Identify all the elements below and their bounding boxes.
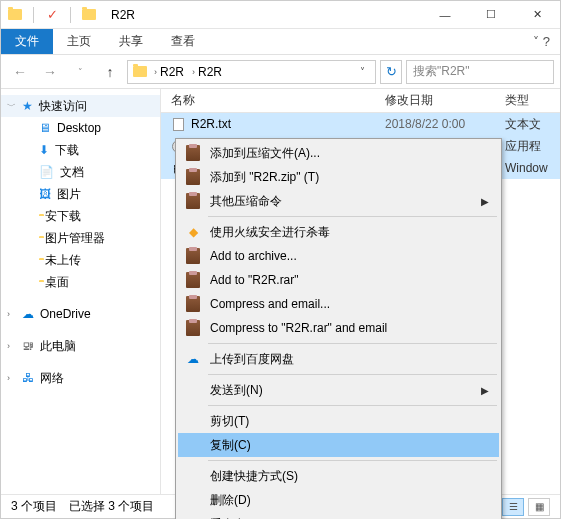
breadcrumb-label: R2R	[160, 65, 184, 79]
sidebar-item-label: 文档	[60, 164, 84, 181]
folder-icon	[132, 65, 148, 79]
sidebar-item-folder[interactable]: 图片管理器	[1, 227, 160, 249]
search-input[interactable]: 搜索"R2R"	[406, 60, 554, 84]
menu-item-label: 复制(C)	[210, 437, 251, 454]
navigation-pane: ﹀★ 快速访问 🖥Desktop ⬇下载 📄文档 🖼图片 安下载 图片管理器 未…	[1, 89, 161, 494]
tab-home[interactable]: 主页	[53, 29, 105, 54]
minimize-button[interactable]: —	[422, 1, 468, 29]
menu-item-delete[interactable]: 删除(D)	[178, 488, 499, 512]
folder-icon	[81, 8, 97, 22]
sidebar-item-pictures[interactable]: 🖼图片	[1, 183, 160, 205]
menu-separator	[208, 343, 497, 344]
divider	[33, 7, 34, 23]
file-date: 2018/8/22 0:00	[385, 117, 505, 131]
status-item-count: 3 个项目	[11, 498, 57, 515]
shield-icon: ◆	[184, 223, 202, 241]
sidebar-item-folder[interactable]: 桌面	[1, 271, 160, 293]
network-icon: 🖧	[22, 371, 34, 385]
menu-item-rename[interactable]: 重命名(M)	[178, 512, 499, 519]
sidebar-item-downloads[interactable]: ⬇下载	[1, 139, 160, 161]
sidebar-item-this-pc[interactable]: ›🖳此电脑	[1, 335, 160, 357]
tab-file[interactable]: 文件	[1, 29, 53, 54]
menu-item-add-to-zip[interactable]: 添加到 "R2R.zip" (T)	[178, 165, 499, 189]
divider	[70, 7, 71, 23]
column-header-date[interactable]: 修改日期	[385, 92, 505, 109]
file-row[interactable]: R2R.txt 2018/8/22 0:00 文本文	[161, 113, 560, 135]
up-button[interactable]: ↑	[97, 60, 123, 84]
forward-button[interactable]: →	[37, 60, 63, 84]
properties-icon[interactable]: ✓	[44, 8, 60, 22]
document-icon: 📄	[39, 165, 54, 179]
menu-item-send-to[interactable]: 发送到(N)▶	[178, 378, 499, 402]
menu-item-upload-baidu[interactable]: ☁上传到百度网盘	[178, 347, 499, 371]
sidebar-item-network[interactable]: ›🖧网络	[1, 367, 160, 389]
menu-item-label: 使用火绒安全进行杀毒	[210, 224, 330, 241]
close-button[interactable]: ✕	[514, 1, 560, 29]
file-type: 文本文	[505, 116, 560, 133]
archive-icon	[184, 168, 202, 186]
quick-access-toolbar: ✓ R2R	[1, 7, 135, 23]
column-header-type[interactable]: 类型	[505, 92, 560, 109]
menu-item-label: 添加到压缩文件(A)...	[210, 145, 320, 162]
menu-item-label: Add to archive...	[210, 249, 297, 263]
archive-icon	[184, 319, 202, 337]
text-file-icon	[171, 117, 185, 131]
window-title: R2R	[111, 8, 135, 22]
menu-item-add-to-archive[interactable]: Add to archive...	[178, 244, 499, 268]
menu-item-compress-email[interactable]: Compress and email...	[178, 292, 499, 316]
address-bar[interactable]: › R2R › R2R ˅	[127, 60, 376, 84]
menu-item-create-shortcut[interactable]: 创建快捷方式(S)	[178, 464, 499, 488]
sidebar-item-label: OneDrive	[40, 307, 91, 321]
menu-item-copy[interactable]: 复制(C)	[178, 433, 499, 457]
details-view-button[interactable]: ☰	[502, 498, 524, 516]
sidebar-item-label: Desktop	[57, 121, 101, 135]
archive-icon	[184, 144, 202, 162]
archive-icon	[184, 192, 202, 210]
chevron-right-icon: ▶	[481, 385, 499, 396]
context-menu: 添加到压缩文件(A)... 添加到 "R2R.zip" (T) 其他压缩命令▶ …	[175, 138, 502, 519]
sidebar-item-label: 图片	[57, 186, 81, 203]
back-button[interactable]: ←	[7, 60, 33, 84]
menu-item-other-compress[interactable]: 其他压缩命令▶	[178, 189, 499, 213]
sidebar-item-folder[interactable]: 未上传	[1, 249, 160, 271]
sidebar-item-documents[interactable]: 📄文档	[1, 161, 160, 183]
address-dropdown-button[interactable]: ˅	[354, 66, 371, 77]
menu-item-label: Compress to "R2R.rar" and email	[210, 321, 387, 335]
picture-icon: 🖼	[39, 187, 51, 201]
breadcrumb[interactable]: › R2R	[152, 65, 186, 79]
menu-item-huorong-av[interactable]: ◆使用火绒安全进行杀毒	[178, 220, 499, 244]
maximize-button[interactable]: ☐	[468, 1, 514, 29]
chevron-right-icon: ▶	[481, 196, 499, 207]
sidebar-item-label: 网络	[40, 370, 64, 387]
cloud-icon: ☁	[22, 307, 34, 321]
menu-item-compress-rar-email[interactable]: Compress to "R2R.rar" and email	[178, 316, 499, 340]
sidebar-item-desktop[interactable]: 🖥Desktop	[1, 117, 160, 139]
icons-view-button[interactable]: ▦	[528, 498, 550, 516]
menu-item-label: 剪切(T)	[210, 413, 249, 430]
menu-item-add-to-rar[interactable]: Add to "R2R.rar"	[178, 268, 499, 292]
sidebar-item-label: 桌面	[45, 274, 69, 291]
menu-item-label: Compress and email...	[210, 297, 330, 311]
recent-locations-button[interactable]: ˅	[67, 60, 93, 84]
menu-item-add-archive[interactable]: 添加到压缩文件(A)...	[178, 141, 499, 165]
menu-item-label: 删除(D)	[210, 492, 251, 509]
pc-icon: 🖳	[22, 339, 34, 353]
ribbon-expand-button[interactable]: ˅ ?	[523, 29, 560, 54]
sidebar-item-onedrive[interactable]: ›☁OneDrive	[1, 303, 160, 325]
archive-icon	[184, 295, 202, 313]
breadcrumb[interactable]: › R2R	[190, 65, 224, 79]
menu-item-label: 其他压缩命令	[210, 193, 282, 210]
sidebar-item-quick-access[interactable]: ﹀★ 快速访问	[1, 95, 160, 117]
tab-view[interactable]: 查看	[157, 29, 209, 54]
sidebar-item-folder[interactable]: 安下载	[1, 205, 160, 227]
menu-item-cut[interactable]: 剪切(T)	[178, 409, 499, 433]
sidebar-item-label: 安下载	[45, 208, 81, 225]
breadcrumb-label: R2R	[198, 65, 222, 79]
file-type: 应用程	[505, 138, 560, 155]
desktop-icon: 🖥	[39, 121, 51, 135]
column-header-name[interactable]: 名称	[161, 92, 385, 109]
refresh-button[interactable]: ↻	[380, 60, 402, 84]
tab-share[interactable]: 共享	[105, 29, 157, 54]
menu-separator	[208, 405, 497, 406]
window-controls: — ☐ ✕	[422, 1, 560, 29]
